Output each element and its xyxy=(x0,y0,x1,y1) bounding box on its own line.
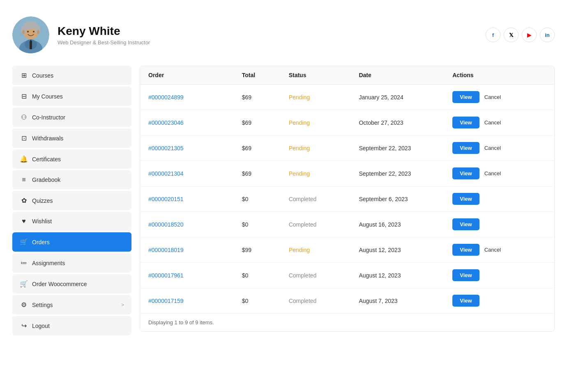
sidebar: ⊞Courses⊟My Courses⚇Co-Instructor⊡Withdr… xyxy=(12,66,131,335)
order-actions: ViewCancel xyxy=(452,244,546,256)
view-button[interactable]: View xyxy=(452,167,479,179)
settings-arrow: > xyxy=(121,302,124,308)
main-layout: ⊞Courses⊟My Courses⚇Co-Instructor⊡Withdr… xyxy=(12,66,555,335)
sidebar-item-courses[interactable]: ⊞Courses xyxy=(12,66,131,85)
cancel-button[interactable]: Cancel xyxy=(484,119,501,126)
sidebar-item-assignments[interactable]: ≔Assignments xyxy=(12,253,131,273)
linkedin-icon[interactable]: in xyxy=(540,28,555,42)
wishlist-icon: ♥ xyxy=(20,218,28,225)
facebook-icon[interactable]: f xyxy=(486,28,500,42)
order-link[interactable]: #0000023046 xyxy=(148,119,184,126)
view-button[interactable]: View xyxy=(452,218,479,230)
sidebar-label-quizzes: Quizzes xyxy=(32,197,53,204)
table-row: #0000018019$99PendingAugust 12, 2023View… xyxy=(140,237,554,263)
svg-rect-3 xyxy=(30,41,32,49)
sidebar-label-courses: Courses xyxy=(32,72,53,79)
table-row: #0000018520$0CompletedAugust 16, 2023Vie… xyxy=(140,212,554,237)
order-link[interactable]: #0000020151 xyxy=(148,196,184,202)
logout-icon: ↪ xyxy=(20,322,28,330)
sidebar-item-co-instructor[interactable]: ⚇Co-Instructor xyxy=(12,108,131,127)
view-button[interactable]: View xyxy=(452,117,479,128)
cancel-button[interactable]: Cancel xyxy=(484,247,501,253)
orders-icon: 🛒 xyxy=(20,238,28,246)
view-button[interactable]: View xyxy=(452,193,479,205)
sidebar-label-my-courses: My Courses xyxy=(32,93,63,100)
courses-icon: ⊞ xyxy=(20,71,28,79)
user-name: Keny White xyxy=(58,25,150,38)
table-row: #0000021305$69PendingSeptember 22, 2023V… xyxy=(140,135,554,161)
certificates-icon: 🔔 xyxy=(20,155,28,163)
order-total: $0 xyxy=(242,272,289,279)
order-date: September 22, 2023 xyxy=(359,145,452,151)
order-actions: View xyxy=(452,295,546,307)
view-button[interactable]: View xyxy=(452,269,479,281)
order-link[interactable]: #0000017159 xyxy=(148,298,184,304)
sidebar-item-orders[interactable]: 🛒Orders xyxy=(12,232,131,252)
orders-table: Order Total Status Date Actions #0000024… xyxy=(140,66,555,332)
avatar xyxy=(12,16,49,53)
sidebar-item-certificates[interactable]: 🔔Certificates xyxy=(12,149,131,169)
order-date: October 27, 2023 xyxy=(359,119,452,126)
order-status: Pending xyxy=(289,170,359,177)
user-subtitle: Web Designer & Best-Selling Instructor xyxy=(58,39,150,46)
sidebar-item-wishlist[interactable]: ♥Wishlist xyxy=(12,212,131,231)
order-link[interactable]: #0000018520 xyxy=(148,221,184,228)
sidebar-item-order-woocommerce[interactable]: 🛒Order Woocommerce xyxy=(12,274,131,293)
cancel-button[interactable]: Cancel xyxy=(484,170,501,177)
col-actions: Actions xyxy=(452,72,546,78)
sidebar-item-gradebook[interactable]: ≡Gradebook xyxy=(12,170,131,189)
view-button[interactable]: View xyxy=(452,91,479,103)
svg-point-9 xyxy=(27,31,29,32)
sidebar-item-my-courses[interactable]: ⊟My Courses xyxy=(12,87,131,106)
svg-point-12 xyxy=(37,30,39,34)
quizzes-icon: ✿ xyxy=(20,197,28,204)
twitter-icon[interactable]: 𝕏 xyxy=(504,28,519,42)
table-row: #0000020151$0CompletedSeptember 6, 2023V… xyxy=(140,186,554,212)
page-header: Keny White Web Designer & Best-Selling I… xyxy=(12,8,555,66)
col-date: Date xyxy=(359,72,452,78)
order-total: $99 xyxy=(242,247,289,253)
order-status: Pending xyxy=(289,94,359,101)
sidebar-item-quizzes[interactable]: ✿Quizzes xyxy=(12,191,131,210)
order-link[interactable]: #0000021305 xyxy=(148,145,184,151)
view-button[interactable]: View xyxy=(452,244,479,256)
table-row: #0000023046$69PendingOctober 27, 2023Vie… xyxy=(140,110,554,135)
order-status: Completed xyxy=(289,196,359,202)
order-status: Pending xyxy=(289,247,359,253)
header-info: Keny White Web Designer & Best-Selling I… xyxy=(58,25,150,46)
my-courses-icon: ⊟ xyxy=(20,92,28,100)
sidebar-label-settings: Settings xyxy=(32,302,53,308)
table-row: #0000017159$0CompletedAugust 7, 2023View xyxy=(140,288,554,313)
order-status: Completed xyxy=(289,298,359,304)
cancel-button[interactable]: Cancel xyxy=(484,145,501,151)
view-button[interactable]: View xyxy=(452,142,479,154)
view-button[interactable]: View xyxy=(452,295,479,307)
order-woocommerce-icon: 🛒 xyxy=(20,280,28,288)
order-total: $69 xyxy=(242,145,289,151)
assignments-icon: ≔ xyxy=(20,259,28,267)
table-header: Order Total Status Date Actions xyxy=(140,66,554,85)
order-date: August 12, 2023 xyxy=(359,247,452,253)
youtube-icon[interactable]: ▶ xyxy=(522,28,537,42)
order-link[interactable]: #0000018019 xyxy=(148,247,184,253)
order-link[interactable]: #0000021304 xyxy=(148,170,184,177)
order-actions: View xyxy=(452,193,546,205)
social-icons: f 𝕏 ▶ in xyxy=(486,28,555,42)
col-total: Total xyxy=(242,72,289,78)
table-row: #0000017961$0CompletedAugust 12, 2023Vie… xyxy=(140,263,554,288)
order-status: Pending xyxy=(289,145,359,151)
withdrawals-icon: ⊡ xyxy=(20,134,28,142)
order-total: $69 xyxy=(242,119,289,126)
table-row: #0000021304$69PendingSeptember 22, 2023V… xyxy=(140,161,554,186)
sidebar-item-settings[interactable]: ⚙Settings> xyxy=(12,295,131,314)
order-date: September 6, 2023 xyxy=(359,196,452,202)
sidebar-item-withdrawals[interactable]: ⊡Withdrawals xyxy=(12,128,131,148)
cancel-button[interactable]: Cancel xyxy=(484,94,501,100)
order-total: $69 xyxy=(242,94,289,101)
order-actions: ViewCancel xyxy=(452,117,546,128)
sidebar-item-logout[interactable]: ↪Logout xyxy=(12,316,131,335)
order-link[interactable]: #0000017961 xyxy=(148,272,184,279)
table-footer: Displaying 1 to 9 of 9 items. xyxy=(140,313,554,331)
gradebook-icon: ≡ xyxy=(20,176,28,183)
order-link[interactable]: #0000024899 xyxy=(148,94,184,101)
